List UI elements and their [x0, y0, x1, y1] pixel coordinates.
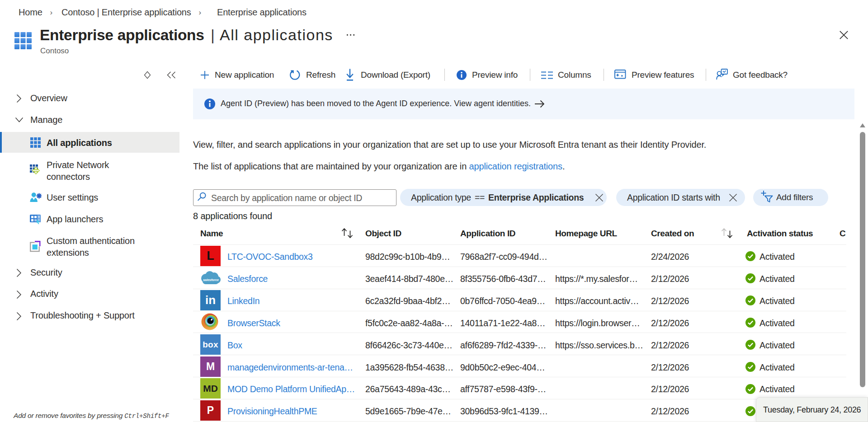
svg-text:salesforce: salesforce	[203, 278, 219, 281]
